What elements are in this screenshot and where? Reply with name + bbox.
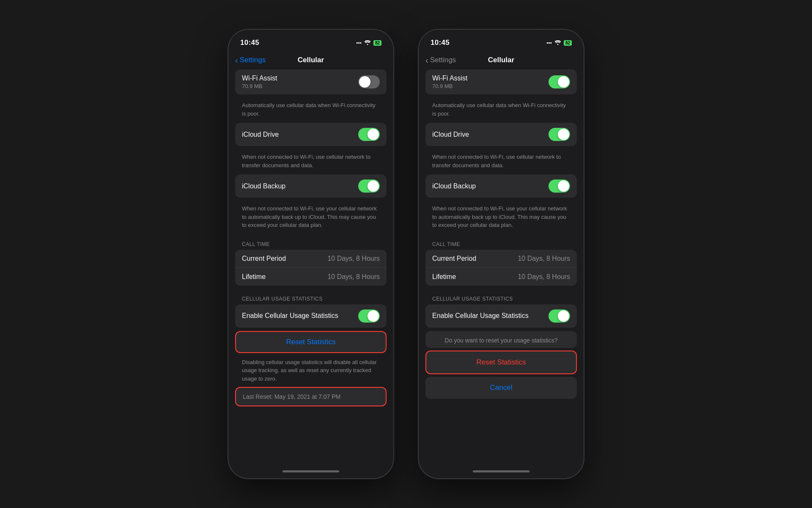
svg-point-0 xyxy=(367,44,368,45)
battery-2: 82 xyxy=(564,40,572,46)
lifetime-value-1: 10 Days, 8 Hours xyxy=(327,273,380,281)
icloud-backup-desc-1: When not connected to Wi-Fi, use your ce… xyxy=(235,201,387,235)
nav-back-text-1: Settings xyxy=(240,56,266,64)
icloud-backup-label-1: iCloud Backup xyxy=(242,182,285,190)
icloud-backup-desc-2: When not connected to Wi-Fi, use your ce… xyxy=(425,201,577,235)
lifetime-label-1: Lifetime xyxy=(242,273,266,281)
icloud-drive-toggle-1[interactable] xyxy=(358,128,380,141)
wifi-icon-2 xyxy=(554,39,561,46)
enable-cellular-label-2: Enable Cellular Usage Statistics xyxy=(432,312,529,320)
status-icons-2: ▪▪▪ 82 xyxy=(546,39,572,46)
current-period-label-1: Current Period xyxy=(242,255,286,262)
lifetime-label-2: Lifetime xyxy=(432,273,456,281)
enable-cellular-label-1: Enable Cellular Usage Statistics xyxy=(242,312,338,320)
lifetime-row-2: Lifetime 10 Days, 8 Hours xyxy=(425,268,577,286)
reset-statistics-btn-1[interactable]: Reset Statistics xyxy=(235,331,387,353)
last-reset-container-1: Last Reset: May 19, 2021 at 7:07 PM xyxy=(235,387,387,406)
home-bar-1 xyxy=(283,470,339,472)
cancel-btn-2[interactable]: Cancel xyxy=(425,377,577,399)
current-period-label-2: Current Period xyxy=(432,255,476,262)
icloud-drive-desc-2: When not connected to Wi-Fi, use cellula… xyxy=(425,149,577,174)
call-time-header-2: Call Time xyxy=(425,235,577,250)
cellular-enable-group-2: Enable Cellular Usage Statistics xyxy=(425,304,577,328)
confirm-reset-btn-2[interactable]: Reset Statistics xyxy=(425,351,577,374)
nav-back-2[interactable]: ‹ Settings xyxy=(425,56,456,64)
icloud-backup-row-1[interactable]: iCloud Backup xyxy=(235,174,387,198)
icloud-drive-toggle-2[interactable] xyxy=(549,128,570,141)
wifi-assist-labels-1: Wi-Fi Assist 70.9 MB xyxy=(242,75,277,89)
call-time-header-1: Call Time xyxy=(235,235,387,250)
wifi-assist-knob-2 xyxy=(558,76,569,88)
status-time-2: 10:45 xyxy=(431,39,450,47)
scroll-content-1: Wi-Fi Assist 70.9 MB Automatically use c… xyxy=(228,69,393,464)
scroll-content-2: Wi-Fi Assist 70.9 MB Automatically use c… xyxy=(419,69,584,464)
icloud-backup-row-2[interactable]: iCloud Backup xyxy=(425,174,577,198)
nav-back-1[interactable]: ‹ Settings xyxy=(235,56,266,64)
current-period-value-2: 10 Days, 8 Hours xyxy=(518,255,570,262)
icloud-backup-group-1: iCloud Backup xyxy=(235,174,387,198)
icloud-backup-toggle-2[interactable] xyxy=(549,179,570,193)
confirm-question-2: Do you want to reset your usage statisti… xyxy=(425,331,577,348)
current-period-row-2: Current Period 10 Days, 8 Hours xyxy=(425,250,577,268)
home-bar-2 xyxy=(473,470,529,472)
phones-container: 10:45 ▪▪▪ 82 ‹ Settings Cellular xyxy=(228,30,584,478)
home-indicator-2 xyxy=(419,464,584,478)
wifi-icon-1 xyxy=(364,39,371,46)
confirm-dialog-2: Do you want to reset your usage statisti… xyxy=(425,331,577,348)
back-chevron-1: ‹ xyxy=(235,56,238,64)
lifetime-value-2: 10 Days, 8 Hours xyxy=(518,273,570,281)
nav-bar-1: ‹ Settings Cellular xyxy=(228,52,393,69)
wifi-assist-knob-1 xyxy=(359,76,370,88)
status-bar-1: 10:45 ▪▪▪ 82 xyxy=(228,30,393,52)
cellular-usage-header-1: Cellular Usage Statistics xyxy=(235,289,387,304)
wifi-assist-sublabel-1: 70.9 MB xyxy=(242,83,277,89)
current-period-row-1: Current Period 10 Days, 8 Hours xyxy=(235,250,387,268)
icloud-drive-row-2[interactable]: iCloud Drive xyxy=(425,123,577,146)
confirm-reset-text-2: Reset Statistics xyxy=(476,358,526,366)
call-time-group-2: Current Period 10 Days, 8 Hours Lifetime… xyxy=(425,250,577,286)
nav-bar-2: ‹ Settings Cellular xyxy=(419,52,584,69)
icloud-backup-toggle-1[interactable] xyxy=(358,179,380,193)
wifi-assist-group-2: Wi-Fi Assist 70.9 MB xyxy=(425,69,577,94)
wifi-assist-label-2: Wi-Fi Assist xyxy=(432,75,468,82)
back-chevron-2: ‹ xyxy=(425,56,428,64)
wifi-assist-group-1: Wi-Fi Assist 70.9 MB xyxy=(235,69,387,94)
icloud-drive-desc-1: When not connected to Wi-Fi, use cellula… xyxy=(235,149,387,174)
signal-icon-2: ▪▪▪ xyxy=(546,40,552,46)
icloud-backup-label-2: iCloud Backup xyxy=(432,182,476,190)
wifi-assist-row-2[interactable]: Wi-Fi Assist 70.9 MB xyxy=(425,69,577,94)
svg-point-1 xyxy=(557,44,558,45)
wifi-assist-toggle-2[interactable] xyxy=(549,75,570,88)
icloud-drive-group-2: iCloud Drive xyxy=(425,123,577,146)
phone-2: 10:45 ▪▪▪ 82 ‹ Settings Cellular xyxy=(419,30,584,478)
call-time-group-1: Current Period 10 Days, 8 Hours Lifetime… xyxy=(235,250,387,286)
wifi-assist-row-1[interactable]: Wi-Fi Assist 70.9 MB xyxy=(235,69,387,94)
status-icons-1: ▪▪▪ 82 xyxy=(356,39,381,46)
icloud-drive-row-1[interactable]: iCloud Drive xyxy=(235,123,387,146)
cancel-text-2: Cancel xyxy=(490,384,513,392)
status-time-1: 10:45 xyxy=(240,39,259,47)
reset-statistics-text-1: Reset Statistics xyxy=(286,338,335,346)
last-reset-text-1: Last Reset: May 19, 2021 at 7:07 PM xyxy=(243,393,340,400)
icloud-drive-label-1: iCloud Drive xyxy=(242,131,279,138)
disabling-desc-1: Disabling cellular usage statistics will… xyxy=(235,356,387,387)
wifi-assist-labels-2: Wi-Fi Assist 70.9 MB xyxy=(432,75,468,89)
nav-title-1: Cellular xyxy=(298,56,324,64)
icloud-backup-group-2: iCloud Backup xyxy=(425,174,577,198)
enable-cellular-toggle-2[interactable] xyxy=(549,309,570,323)
enable-cellular-row-2[interactable]: Enable Cellular Usage Statistics xyxy=(425,304,577,328)
wifi-assist-toggle-1[interactable] xyxy=(358,75,380,88)
enable-cellular-knob-2 xyxy=(558,310,569,322)
signal-icon-1: ▪▪▪ xyxy=(356,40,362,46)
icloud-backup-knob-1 xyxy=(368,180,379,192)
enable-cellular-row-1[interactable]: Enable Cellular Usage Statistics xyxy=(235,304,387,328)
enable-cellular-toggle-1[interactable] xyxy=(358,309,380,323)
icloud-drive-label-2: iCloud Drive xyxy=(432,131,469,138)
nav-back-text-2: Settings xyxy=(430,56,456,64)
icloud-drive-knob-2 xyxy=(558,129,569,140)
wifi-assist-desc-1: Automatically use cellular data when Wi-… xyxy=(235,98,387,123)
wifi-assist-label-1: Wi-Fi Assist xyxy=(242,75,277,82)
wifi-assist-sublabel-2: 70.9 MB xyxy=(432,83,468,89)
wifi-assist-desc-2: Automatically use cellular data when Wi-… xyxy=(425,98,577,123)
status-bar-2: 10:45 ▪▪▪ 82 xyxy=(419,30,584,52)
